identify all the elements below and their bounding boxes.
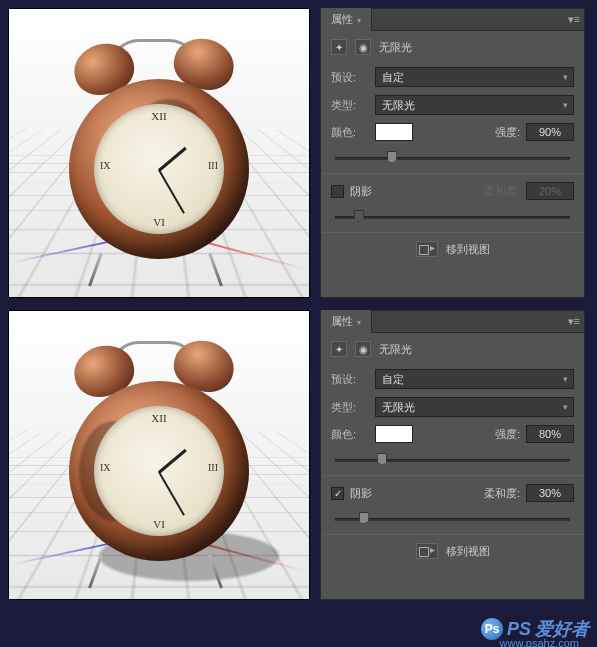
light-title-row: ✦ ◉ 无限光 [321, 31, 584, 63]
separator [321, 475, 584, 476]
intensity-slider[interactable] [335, 149, 570, 165]
move-to-view-button[interactable]: 移到视图 [416, 241, 490, 257]
tab-label: 属性 [331, 315, 353, 327]
tab-properties[interactable]: 属性▾ [321, 8, 372, 31]
type-value: 无限光 [382, 98, 415, 113]
light-icon[interactable]: ✦ [331, 39, 347, 55]
move-to-view-button[interactable]: 移到视图 [416, 543, 490, 559]
move-label: 移到视图 [446, 544, 490, 559]
shadow-label: 阴影 [350, 486, 372, 501]
shadow-label: 阴影 [350, 184, 372, 199]
tab-label: 属性 [331, 13, 353, 25]
preview-top: III IX [8, 8, 310, 298]
light-title: 无限光 [379, 40, 412, 55]
type-value: 无限光 [382, 400, 415, 415]
light-title-row: ✦ ◉ 无限光 [321, 333, 584, 365]
type-select[interactable]: 无限光 [375, 95, 574, 115]
preview-bottom: III IX [8, 310, 310, 600]
separator [321, 173, 584, 174]
type-label: 类型: [331, 98, 369, 113]
preset-select[interactable]: 自定 [375, 67, 574, 87]
preset-value: 自定 [382, 372, 404, 387]
intensity-field[interactable]: 90% [526, 123, 574, 141]
shadow-checkbox[interactable] [331, 185, 344, 198]
intensity-slider[interactable] [335, 451, 570, 467]
color-swatch[interactable] [375, 425, 413, 443]
separator [321, 534, 584, 535]
softness-field: 20% [526, 182, 574, 200]
color-label: 颜色: [331, 427, 369, 442]
panel-tabbar: 属性▾ ▾≡ [321, 311, 584, 333]
panel-tabbar: 属性▾ ▾≡ [321, 9, 584, 31]
color-label: 颜色: [331, 125, 369, 140]
tab-properties[interactable]: 属性▾ [321, 310, 372, 333]
intensity-value: 80% [539, 428, 561, 440]
move-to-view-icon [416, 543, 438, 559]
preset-select[interactable]: 自定 [375, 369, 574, 389]
chevron-down-icon: ▾ [357, 318, 361, 327]
clock-model: III IX [59, 39, 259, 279]
softness-label: 柔和度: [484, 486, 520, 501]
intensity-value: 90% [539, 126, 561, 138]
intensity-label: 强度: [495, 125, 520, 140]
light-type-icon[interactable]: ◉ [355, 341, 371, 357]
softness-value: 30% [539, 487, 561, 499]
light-icon[interactable]: ✦ [331, 341, 347, 357]
shadow-checkbox[interactable]: ✓ [331, 487, 344, 500]
softness-label: 柔和度: [484, 184, 520, 199]
intensity-field[interactable]: 80% [526, 425, 574, 443]
panel-menu-icon[interactable]: ▾≡ [568, 315, 580, 328]
chevron-down-icon: ▾ [357, 16, 361, 25]
light-title: 无限光 [379, 342, 412, 357]
softness-slider [335, 208, 570, 224]
watermark-url: www.psahz.com [500, 637, 579, 647]
separator [321, 232, 584, 233]
preset-label: 预设: [331, 372, 369, 387]
type-label: 类型: [331, 400, 369, 415]
properties-panel-top: 属性▾ ▾≡ ✦ ◉ 无限光 预设: 自定 类型: 无限光 颜色: 强度: 90… [320, 8, 585, 298]
preset-value: 自定 [382, 70, 404, 85]
move-to-view-icon [416, 241, 438, 257]
light-type-icon[interactable]: ◉ [355, 39, 371, 55]
softness-field[interactable]: 30% [526, 484, 574, 502]
preset-label: 预设: [331, 70, 369, 85]
move-label: 移到视图 [446, 242, 490, 257]
color-swatch[interactable] [375, 123, 413, 141]
properties-panel-bottom: 属性▾ ▾≡ ✦ ◉ 无限光 预设: 自定 类型: 无限光 颜色: 强度: 80… [320, 310, 585, 600]
softness-value: 20% [539, 185, 561, 197]
clock-model: III IX [59, 341, 259, 581]
softness-slider[interactable] [335, 510, 570, 526]
watermark: Ps PS 爱好者 www.psahz.com [481, 617, 589, 641]
intensity-label: 强度: [495, 427, 520, 442]
type-select[interactable]: 无限光 [375, 397, 574, 417]
panel-menu-icon[interactable]: ▾≡ [568, 13, 580, 26]
